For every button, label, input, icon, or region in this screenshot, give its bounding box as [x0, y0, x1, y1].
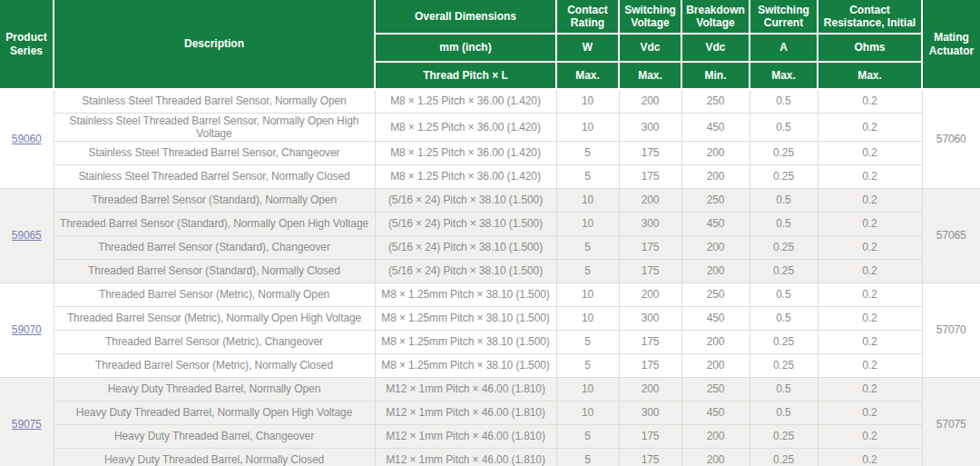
switching-voltage-cell: 300 [619, 113, 681, 141]
header-limit-breakdown-voltage: Min. [681, 62, 750, 89]
switching-current-cell: 0.25 [750, 164, 818, 188]
header-unit-contact-rating: W [556, 34, 619, 62]
product-series-link[interactable]: 59070 [12, 323, 42, 336]
dimensions-cell: M8 × 1.25 Pitch × 36.00 (1.420) [375, 89, 556, 113]
description-cell: Stainless Steel Threaded Barrel Sensor, … [54, 89, 375, 113]
product-series-link[interactable]: 59065 [12, 229, 42, 242]
contact-resistance-cell: 0.2 [818, 377, 922, 401]
table-row: Heavy Duty Threaded Barrel, Normally Clo… [0, 448, 980, 466]
table-row: Heavy Duty Threaded Barrel, ChangeoverM1… [0, 424, 980, 448]
table-row: Threaded Barrel Sensor (Standard), Norma… [0, 212, 980, 235]
product-series-cell: 59075 [0, 377, 54, 466]
contact-resistance-cell: 0.2 [818, 259, 922, 283]
header-unit-contact-resistance: Ohms [818, 34, 922, 62]
contact-resistance-cell: 0.2 [818, 212, 922, 235]
dimensions-cell: M8 × 1.25 Pitch × 36.00 (1.420) [375, 141, 556, 164]
switching-voltage-cell: 300 [619, 401, 681, 424]
switching-current-cell: 0.5 [750, 401, 818, 424]
contact-resistance-cell: 0.2 [818, 235, 922, 259]
header-overall-dimensions: Overall Dimensions [375, 0, 556, 34]
breakdown-voltage-cell: 200 [681, 424, 750, 448]
table-row: Stainless Steel Threaded Barrel Sensor, … [0, 164, 980, 188]
description-cell: Stainless Steel Threaded Barrel Sensor, … [54, 141, 375, 164]
contact-rating-cell: 5 [556, 448, 619, 466]
product-series-cell: 59060 [0, 89, 54, 188]
contact-rating-cell: 5 [556, 424, 619, 448]
dimensions-cell: M8 × 1.25mm Pitch × 38.10 (1.500) [375, 306, 556, 330]
product-series-link[interactable]: 59060 [12, 133, 42, 145]
switching-voltage-cell: 175 [619, 235, 681, 259]
breakdown-voltage-cell: 200 [681, 141, 750, 164]
breakdown-voltage-cell: 250 [681, 377, 750, 401]
contact-rating-cell: 10 [556, 212, 619, 235]
header-product-series: Product Series [0, 0, 54, 89]
product-series-cell: 59070 [0, 283, 54, 377]
table-row: Threaded Barrel Sensor (Standard), Norma… [0, 259, 980, 283]
switching-voltage-cell: 175 [619, 259, 681, 283]
contact-rating-cell: 5 [556, 235, 619, 259]
switching-voltage-cell: 300 [619, 212, 681, 235]
mating-actuator-cell: 57070 [922, 283, 980, 377]
switching-voltage-cell: 200 [619, 188, 681, 212]
switching-voltage-cell: 200 [619, 283, 681, 306]
mating-actuator-cell: 57075 [922, 377, 980, 466]
breakdown-voltage-cell: 450 [681, 113, 750, 141]
header-unit-switching-current: A [750, 34, 818, 62]
product-series-cell: 59065 [0, 188, 54, 283]
dimensions-cell: M12 × 1mm Pitch × 46.00 (1.810) [375, 448, 556, 466]
switching-voltage-cell: 200 [619, 377, 681, 401]
contact-resistance-cell: 0.2 [818, 141, 922, 164]
breakdown-voltage-cell: 200 [681, 164, 750, 188]
table-row: Stainless Steel Threaded Barrel Sensor, … [0, 141, 980, 164]
breakdown-voltage-cell: 200 [681, 353, 750, 377]
header-unit-breakdown-voltage: Vdc [681, 34, 750, 62]
table-row: Threaded Barrel Sensor (Metric), Normall… [0, 353, 980, 377]
switching-voltage-cell: 175 [619, 164, 681, 188]
breakdown-voltage-cell: 250 [681, 89, 750, 113]
table-row: 59070Threaded Barrel Sensor (Metric), No… [0, 283, 980, 306]
description-cell: Threaded Barrel Sensor (Metric), Normall… [54, 283, 375, 306]
product-spec-table: Product Series Description Overall Dimen… [0, 0, 980, 466]
description-cell: Threaded Barrel Sensor (Metric), Normall… [54, 353, 375, 377]
contact-rating-cell: 10 [556, 306, 619, 330]
table-row: 59075Heavy Duty Threaded Barrel, Normall… [0, 377, 980, 401]
switching-current-cell: 0.5 [750, 212, 818, 235]
contact-resistance-cell: 0.2 [818, 401, 922, 424]
contact-rating-cell: 10 [556, 401, 619, 424]
contact-rating-cell: 5 [556, 141, 619, 164]
breakdown-voltage-cell: 250 [681, 188, 750, 212]
header-unit-dimensions: mm (inch) [375, 34, 556, 62]
switching-voltage-cell: 175 [619, 141, 681, 164]
breakdown-voltage-cell: 450 [681, 306, 750, 330]
contact-resistance-cell: 0.2 [818, 330, 922, 353]
contact-resistance-cell: 0.2 [818, 113, 922, 141]
switching-current-cell: 0.5 [750, 306, 818, 330]
switching-current-cell: 0.25 [750, 353, 818, 377]
contact-rating-cell: 5 [556, 259, 619, 283]
contact-rating-cell: 10 [556, 89, 619, 113]
header-unit-switching-voltage: Vdc [619, 34, 681, 62]
product-series-link[interactable]: 59075 [12, 418, 42, 431]
switching-current-cell: 0.25 [750, 235, 818, 259]
breakdown-voltage-cell: 250 [681, 283, 750, 306]
contact-resistance-cell: 0.2 [818, 424, 922, 448]
breakdown-voltage-cell: 200 [681, 330, 750, 353]
breakdown-voltage-cell: 450 [681, 401, 750, 424]
header-limit-dimensions: Thread Pitch × L [375, 62, 556, 89]
header-switching-voltage: Switching Voltage [619, 0, 681, 34]
switching-current-cell: 0.5 [750, 377, 818, 401]
header-breakdown-voltage: Breakdown Voltage [681, 0, 750, 34]
breakdown-voltage-cell: 200 [681, 235, 750, 259]
contact-rating-cell: 5 [556, 330, 619, 353]
switching-current-cell: 0.5 [750, 113, 818, 141]
dimensions-cell: (5/16 × 24) Pitch × 38.10 (1.500) [375, 235, 556, 259]
switching-current-cell: 0.25 [750, 424, 818, 448]
switching-current-cell: 0.25 [750, 141, 818, 164]
contact-resistance-cell: 0.2 [818, 89, 922, 113]
switching-current-cell: 0.25 [750, 448, 818, 466]
table-row: 59060Stainless Steel Threaded Barrel Sen… [0, 89, 980, 113]
header-limit-contact-resistance: Max. [818, 62, 922, 89]
switching-voltage-cell: 175 [619, 330, 681, 353]
switching-voltage-cell: 200 [619, 89, 681, 113]
dimensions-cell: M8 × 1.25 Pitch × 36.00 (1.420) [375, 164, 556, 188]
